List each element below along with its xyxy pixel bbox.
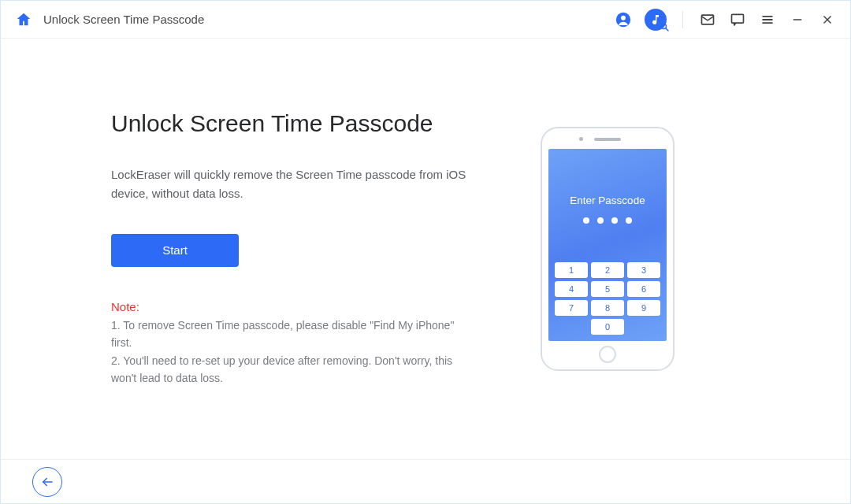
keypad-key: 7: [555, 300, 588, 316]
keypad-key: 8: [591, 300, 624, 316]
menu-icon[interactable]: [759, 11, 776, 28]
passcode-dots: [583, 217, 632, 224]
app-window: Unlock Screen Time Passcode: [0, 0, 851, 504]
note-text-2: 2. You'll need to re-set up your device …: [111, 352, 474, 387]
minimize-button[interactable]: [789, 11, 806, 28]
footer: [1, 459, 850, 503]
content-area: Unlock Screen Time Passcode LockEraser w…: [1, 39, 850, 459]
keypad-key: 0: [591, 319, 624, 335]
feedback-icon[interactable]: [729, 11, 746, 28]
phone-illustration: Enter Passcode 1 2 3 4 5 6 7: [541, 127, 674, 371]
arrow-left-icon: [40, 475, 54, 489]
passcode-dot: [611, 217, 618, 224]
separator: [682, 11, 683, 28]
note-text-1: 1. To remove Screen Time passcode, pleas…: [111, 317, 474, 352]
home-icon[interactable]: [15, 11, 32, 28]
passcode-dot: [626, 217, 632, 224]
keypad-key: 9: [627, 300, 660, 316]
phone-home-button-icon: [599, 346, 616, 363]
keypad-key: 5: [591, 281, 624, 297]
page-title: Unlock Screen Time Passcode: [43, 13, 204, 26]
account-icon[interactable]: [615, 11, 632, 28]
keypad-key: 4: [555, 281, 588, 297]
svg-line-3: [666, 28, 668, 31]
passcode-label: Enter Passcode: [570, 195, 645, 206]
phone-camera-icon: [579, 137, 583, 141]
keypad: 1 2 3 4 5 6 7 8 9 0: [548, 258, 667, 341]
left-column: Unlock Screen Time Passcode LockEraser w…: [111, 110, 521, 387]
start-button[interactable]: Start: [111, 234, 239, 267]
svg-point-1: [621, 15, 626, 20]
note-label: Note:: [111, 300, 474, 313]
main-heading: Unlock Screen Time Passcode: [111, 110, 474, 137]
passcode-dot: [583, 217, 589, 224]
close-button[interactable]: [819, 11, 836, 28]
description-text: LockEraser will quickly remove the Scree…: [111, 165, 474, 202]
svg-rect-5: [732, 14, 744, 23]
back-button[interactable]: [32, 467, 62, 497]
keypad-key: 6: [627, 281, 660, 297]
keypad-key: 3: [627, 262, 660, 278]
mail-icon[interactable]: [699, 11, 716, 28]
titlebar: Unlock Screen Time Passcode: [1, 1, 850, 39]
keypad-key: 2: [591, 262, 624, 278]
passcode-dot: [597, 217, 604, 224]
right-column: Enter Passcode 1 2 3 4 5 6 7: [521, 127, 694, 371]
phone-screen: Enter Passcode 1 2 3 4 5 6 7: [548, 149, 667, 341]
music-app-icon[interactable]: [645, 9, 667, 31]
keypad-key: 1: [555, 262, 588, 278]
phone-speaker-icon: [594, 138, 621, 141]
